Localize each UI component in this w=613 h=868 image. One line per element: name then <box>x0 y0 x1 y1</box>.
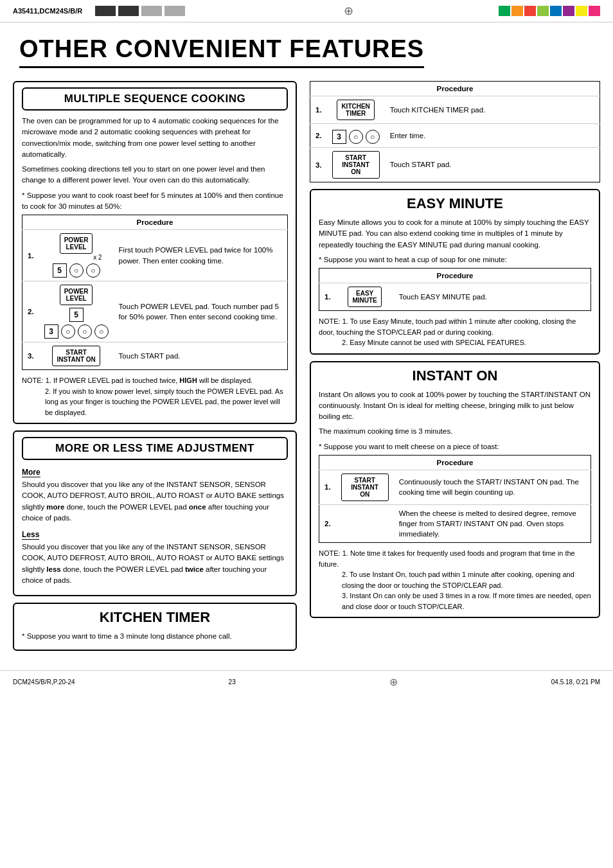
color-bar-orange <box>511 6 523 16</box>
em-step-pad-1: EASYMINUTE <box>336 283 394 311</box>
easy-minute-notes: NOTE: 1. To use Easy Minute, touch pad w… <box>319 316 591 348</box>
instant-on-body2: The maximum cooking time is 3 minutes. <box>319 426 591 437</box>
kt-num-row: 3 ○ ○ <box>332 130 380 144</box>
header-center: ⊕ <box>198 4 499 18</box>
start-instant-on-pad-io[interactable]: STARTINSTANT ON <box>341 474 389 501</box>
num-row-2a: 5 <box>44 308 109 322</box>
io-step-num-2: 2. <box>319 504 336 542</box>
color-bar-pink <box>589 6 600 16</box>
em-step-desc-1: Touch EASY MINUTE pad. <box>394 283 591 311</box>
color-bar-yellow <box>576 6 587 16</box>
kt-circle-a[interactable]: ○ <box>349 130 363 144</box>
procedure-label-1: Procedure <box>22 215 288 230</box>
multiple-sequence-body2: Sometimes cooking directions tell you to… <box>22 164 288 186</box>
instant-on-asterisk: * Suppose you want to melt cheese on a p… <box>319 441 591 452</box>
kt-procedure-label: Procedure <box>310 82 600 96</box>
instant-on-procedure-table: Procedure 1. STARTINSTANT ON Continuousl… <box>319 455 591 543</box>
circle-2a[interactable]: ○ <box>61 324 75 339</box>
easy-minute-procedure-table: Procedure 1. EASYMINUTE Touch EASY MINUT… <box>319 268 591 311</box>
power-level-pad-2[interactable]: POWERLEVEL <box>60 285 93 305</box>
io-step-desc-2: When the cheese is melted to desired deg… <box>394 504 591 542</box>
easy-minute-body1: Easy Minute allows you to cook for a min… <box>319 217 591 251</box>
kt-step-num-1: 1. <box>310 96 327 124</box>
bar-dark-2 <box>118 6 139 16</box>
x2-label: x 2 <box>44 254 102 261</box>
io-step-pad-2 <box>336 504 394 542</box>
start-instant-on-pad-kt[interactable]: STARTINSTANT ON <box>332 151 380 179</box>
left-column: MULTIPLE SEQUENCE COOKING The oven can b… <box>13 81 306 657</box>
table-row: 2. POWERLEVEL 5 3 ○ ○ ○ Touch POWE <box>22 281 288 342</box>
step-desc-2: Touch POWER LEVEL pad. Touch number pad … <box>114 281 288 342</box>
kt-step-num-3: 3. <box>310 148 327 182</box>
kt-circle-b[interactable]: ○ <box>366 130 380 144</box>
color-bar-red <box>524 6 536 16</box>
io-step-num-1: 1. <box>319 470 336 504</box>
instant-on-section: INSTANT ON Instant On allows you to cook… <box>310 361 600 619</box>
step-num-2: 2. <box>22 281 39 342</box>
footer-crosshair-icon: ⊕ <box>389 676 398 688</box>
color-bar-green <box>499 6 510 16</box>
page-footer: DCM24S/B/R,P.20-24 23 ⊕ 04.5.18, 0:21 PM <box>0 670 613 693</box>
circle-2c[interactable]: ○ <box>94 324 109 339</box>
table-row: 2. 3 ○ ○ Enter time. <box>310 124 600 148</box>
num-3-2[interactable]: 3 <box>44 324 58 339</box>
step-num-3: 3. <box>22 342 39 370</box>
table-row: 1. POWERLEVEL x 2 5 ○ ○ First touch POWE… <box>22 230 288 281</box>
io-step-desc-1: Continuously touch the START/ INSTANT ON… <box>394 470 591 504</box>
kitchen-timer-pad[interactable]: KITCHENTIMER <box>337 100 374 120</box>
num-row-2b: 3 ○ ○ ○ <box>44 324 109 339</box>
less-body: Should you discover that you like any of… <box>22 542 288 586</box>
more-less-title-box: MORE OR LESS TIME ADJUSTMENT <box>22 437 288 460</box>
power-level-pad-1[interactable]: POWERLEVEL <box>60 233 93 254</box>
table-row: 1. STARTINSTANT ON Continuously touch th… <box>319 470 591 504</box>
em-procedure-label: Procedure <box>319 269 591 283</box>
right-column: Procedure 1. KITCHENTIMER Touch KITCHEN … <box>306 81 600 657</box>
circle-1a[interactable]: ○ <box>69 263 84 278</box>
header-bars <box>95 6 185 16</box>
color-bar-purple <box>563 6 574 16</box>
kt-num-3[interactable]: 3 <box>332 130 346 144</box>
num-5-2[interactable]: 5 <box>69 308 84 322</box>
multiple-sequence-title-box: MULTIPLE SEQUENCE COOKING <box>22 87 288 111</box>
color-bars <box>499 6 600 16</box>
io-step-pad-1: STARTINSTANT ON <box>336 470 394 504</box>
bar-dark-1 <box>95 6 116 16</box>
less-heading-box: Less <box>22 527 288 542</box>
kt-step-desc-2: Enter time. <box>385 124 600 148</box>
easy-minute-asterisk: * Suppose you want to heat a cup of soup… <box>319 254 591 265</box>
kt-step-pad-3: STARTINSTANT ON <box>327 148 385 182</box>
kitchen-timer-section: KITCHEN TIMER * Suppose you want to time… <box>13 603 297 651</box>
instant-on-notes: NOTE: 1. Note time it takes for frequent… <box>319 548 591 612</box>
bar-light-2 <box>164 6 185 16</box>
step-desc-3: Touch START pad. <box>114 342 288 370</box>
circle-2b[interactable]: ○ <box>78 324 92 339</box>
num-row-1: 5 ○ ○ <box>44 263 109 278</box>
multiple-sequence-section: MULTIPLE SEQUENCE COOKING The oven can b… <box>13 81 297 424</box>
bar-light-1 <box>141 6 162 16</box>
kt-step-pad-2: 3 ○ ○ <box>327 124 385 148</box>
color-bar-blue <box>550 6 562 16</box>
num-5-1[interactable]: 5 <box>53 263 67 278</box>
kitchen-timer-asterisk: * Suppose you want to time a 3 minute lo… <box>22 631 288 642</box>
main-content: MULTIPLE SEQUENCE COOKING The oven can b… <box>0 75 613 664</box>
circle-1b[interactable]: ○ <box>86 263 100 278</box>
start-instant-on-pad-1[interactable]: STARTINSTANT ON <box>52 346 100 366</box>
footer-page-num-left: 23 <box>229 678 236 686</box>
easy-minute-pad[interactable]: EASYMINUTE <box>348 287 381 307</box>
page-header: A35411,DCM24S/B/R ⊕ <box>0 0 613 22</box>
kt-step-desc-1: Touch KITCHEN TIMER pad. <box>385 96 600 124</box>
easy-minute-title-container: EASY MINUTE <box>319 195 591 212</box>
less-subheading: Less <box>22 530 39 540</box>
step-num-1: 1. <box>22 230 39 281</box>
step-desc-1: First touch POWER LEVEL pad twice for 10… <box>114 230 288 281</box>
multiple-sequence-asterisk: * Suppose you want to cook roast beef fo… <box>22 190 288 213</box>
more-heading-box: More <box>22 465 288 479</box>
multiple-sequence-notes: NOTE: 1. If POWER LEVEL pad is touched t… <box>22 375 288 418</box>
page-title-section: OTHER CONVENIENT FEATURES <box>0 22 613 75</box>
footer-date: 04.5.18, 0:21 PM <box>551 678 600 686</box>
crosshair-icon: ⊕ <box>344 4 353 18</box>
color-bar-lime <box>537 6 549 16</box>
table-row: 3. STARTINSTANT ON Touch START pad. <box>22 342 288 370</box>
multiple-sequence-body1: The oven can be programmed for up to 4 a… <box>22 116 288 160</box>
instant-on-title: INSTANT ON <box>319 368 591 384</box>
